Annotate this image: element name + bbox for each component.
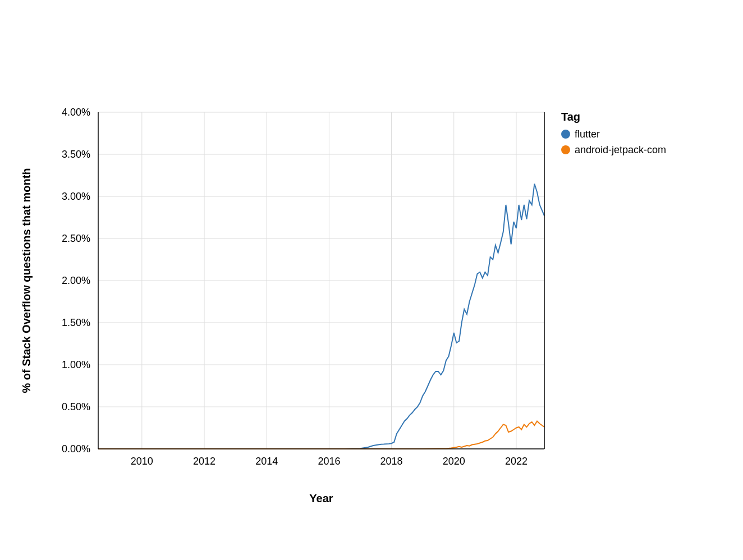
x-tick-label: 2010 — [131, 456, 153, 467]
x-tick-label: 2018 — [380, 456, 403, 467]
series-flutter — [98, 184, 544, 449]
legend-swatch-flutter — [561, 130, 570, 139]
x-tick-label: 2020 — [443, 456, 465, 467]
x-axis-label: Year — [309, 492, 333, 504]
y-tick-label: 3.00% — [62, 191, 90, 202]
y-axis-label: % of Stack Overflow questions that month — [22, 168, 33, 393]
page: 0.00%0.50%1.00%1.50%2.00%2.50%3.00%3.50%… — [0, 0, 743, 560]
y-tick-label: 0.50% — [62, 401, 90, 412]
legend-title: Tag — [561, 111, 580, 123]
chart-svg: 0.00%0.50%1.00%1.50%2.00%2.50%3.00%3.50%… — [22, 101, 721, 527]
x-tick-label: 2012 — [193, 456, 215, 467]
y-tick-label: 2.00% — [62, 275, 90, 286]
legend-swatch-android-jetpack-com — [561, 145, 570, 154]
x-tick-label: 2014 — [255, 456, 278, 467]
y-tick-label: 3.50% — [62, 149, 90, 160]
y-tick-label: 1.50% — [62, 317, 90, 328]
legend-label-flutter: flutter — [575, 128, 600, 140]
series-android-jetpack-com — [98, 421, 544, 449]
x-tick-label: 2022 — [505, 456, 528, 467]
y-tick-label: 0.00% — [62, 443, 90, 455]
x-tick-label: 2016 — [318, 456, 340, 467]
y-tick-label: 1.00% — [62, 359, 90, 370]
y-tick-label: 2.50% — [62, 233, 90, 244]
chart-container: 0.00%0.50%1.00%1.50%2.00%2.50%3.00%3.50%… — [22, 101, 721, 527]
legend-label-android-jetpack-com: android-jetpack-com — [575, 144, 666, 155]
y-tick-label: 4.00% — [62, 107, 90, 118]
